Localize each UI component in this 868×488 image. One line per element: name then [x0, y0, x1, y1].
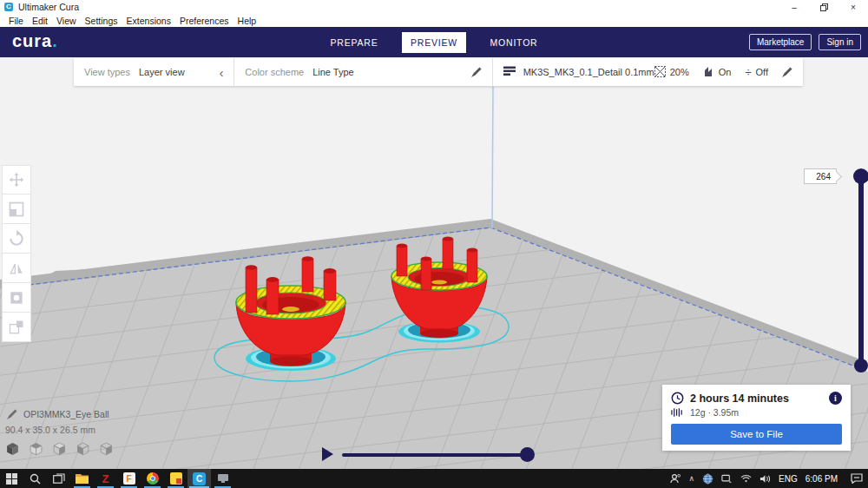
menu-help[interactable]: Help: [233, 16, 261, 26]
material-spool-icon: [671, 407, 684, 418]
restore-icon[interactable]: [809, 0, 838, 14]
sign-in-button[interactable]: Sign in: [819, 34, 861, 50]
taskbar-z-app[interactable]: Z: [94, 469, 117, 488]
cura-taskbar-icon: C: [193, 472, 206, 485]
print-time: 2 hours 14 minutes: [690, 392, 789, 405]
mirror-tool-button[interactable]: [2, 254, 31, 283]
search-icon: [30, 473, 41, 485]
clock[interactable]: 6:06 PM: [806, 474, 838, 484]
taskbar-explorer[interactable]: [70, 469, 94, 488]
save-to-file-button[interactable]: Save to File: [671, 424, 842, 445]
taskbar-search-button[interactable]: [23, 469, 47, 488]
support-blocker-icon: [8, 319, 25, 336]
object-info: OPI3MMK3_Eye Ball: [7, 409, 109, 419]
rotate-tool-icon: [8, 230, 25, 247]
view-right-icon: [99, 442, 114, 457]
infill-setting: 20%: [654, 66, 689, 79]
menu-extensions[interactable]: Extensions: [122, 16, 175, 26]
taskbar: Z F C ∧ ENG: [0, 469, 868, 488]
play-icon[interactable]: [322, 447, 333, 461]
timeline-track[interactable]: [342, 453, 528, 457]
support-blocker-button[interactable]: [2, 313, 31, 342]
taskbar-f-app[interactable]: F: [117, 469, 141, 488]
adhesion-icon: ÷: [745, 66, 751, 79]
chevron-left-icon[interactable]: ‹: [219, 66, 223, 79]
viewport-3d[interactable]: View types Layer view ‹ Color scheme Lin…: [0, 57, 868, 469]
timeline-handle[interactable]: [520, 447, 535, 462]
cura-app-icon: C: [4, 3, 13, 11]
view-top-button[interactable]: [52, 442, 67, 457]
menu-settings[interactable]: Settings: [81, 16, 122, 26]
menu-bar: File Edit View Settings Extensions Prefe…: [0, 14, 868, 27]
tray-expand-icon[interactable]: ∧: [688, 474, 694, 483]
taskbar-remote-app[interactable]: [211, 469, 234, 488]
language-indicator[interactable]: ENG: [779, 474, 798, 484]
view-type-value: Layer view: [139, 67, 185, 77]
menu-view[interactable]: View: [52, 16, 81, 26]
move-tool-icon: [8, 171, 25, 188]
menu-file[interactable]: File: [4, 16, 28, 26]
mirror-tool-icon: [8, 260, 25, 277]
taskbar-cura[interactable]: C: [187, 469, 211, 488]
tool-column: [2, 165, 31, 342]
build-volume-vertical-line: [492, 87, 493, 228]
scale-tool-icon: [8, 201, 25, 218]
menu-preferences[interactable]: Preferences: [175, 16, 233, 26]
title-bar: C Ultimaker Cura – ×: [0, 0, 868, 14]
support-setting: On: [703, 66, 732, 79]
layer-slider-top-handle[interactable]: [853, 168, 868, 184]
layer-slider-bottom-handle[interactable]: [854, 359, 868, 373]
device-tray-icon[interactable]: [721, 474, 733, 484]
system-tray: ∧ ENG 6:06 PM: [670, 473, 868, 485]
taskbar-yellow-app[interactable]: [164, 469, 187, 488]
window-title: Ultimaker Cura: [18, 2, 79, 12]
per-model-settings-button[interactable]: [2, 283, 31, 313]
view-3d-button[interactable]: [5, 442, 20, 457]
tab-preview[interactable]: PREVIEW: [402, 32, 466, 53]
menu-edit[interactable]: Edit: [28, 16, 52, 26]
remote-desktop-icon: [217, 473, 229, 484]
move-tool-button[interactable]: [2, 165, 31, 195]
layer-slider-track[interactable]: [858, 176, 864, 366]
z-app-icon: Z: [102, 472, 109, 485]
view-top-icon: [52, 442, 67, 457]
people-icon[interactable]: [670, 474, 681, 484]
object-name[interactable]: OPI3MMK3_Eye Ball: [23, 409, 109, 419]
printer-profile-value: MK3S_MK3_0.1_Detail 0.1mm: [523, 67, 654, 77]
speaker-icon[interactable]: [760, 474, 771, 484]
stage-tabs: PREPARE PREVIEW MONITOR: [0, 27, 868, 57]
minimize-icon[interactable]: –: [779, 0, 809, 14]
start-button[interactable]: [0, 469, 23, 488]
camera-view-buttons: [5, 442, 114, 457]
marketplace-button[interactable]: Marketplace: [749, 34, 812, 50]
scale-tool-button[interactable]: [2, 195, 31, 224]
view-left-icon: [76, 442, 90, 457]
windows-logo-icon: [6, 473, 17, 485]
rotate-tool-button[interactable]: [2, 224, 31, 254]
taskbar-chrome[interactable]: [141, 469, 164, 488]
view-left-button[interactable]: [76, 442, 90, 457]
pencil-icon[interactable]: [7, 409, 17, 419]
pencil-icon[interactable]: [782, 67, 792, 77]
object-dimensions: 90.4 x 35.0 x 26.5 mm: [5, 425, 95, 435]
color-scheme-label: Color scheme: [245, 67, 304, 77]
color-scheme-value: Line Type: [312, 67, 354, 77]
view-types-selector[interactable]: View types Layer view ‹: [74, 58, 233, 86]
view-3d-icon: [5, 442, 20, 457]
view-front-icon: [29, 442, 43, 457]
view-front-button[interactable]: [29, 442, 43, 457]
pencil-icon[interactable]: [471, 67, 482, 77]
network-globe-icon[interactable]: [702, 473, 713, 485]
task-view-icon: [53, 473, 65, 484]
info-icon[interactable]: i: [829, 392, 842, 405]
view-right-button[interactable]: [99, 442, 114, 457]
close-icon[interactable]: ×: [838, 0, 868, 14]
task-view-button[interactable]: [47, 469, 70, 488]
tab-monitor[interactable]: MONITOR: [482, 32, 546, 53]
color-scheme-selector[interactable]: Color scheme Line Type: [234, 58, 491, 86]
app-header: cura. PREPARE PREVIEW MONITOR Marketplac…: [0, 27, 868, 57]
action-center-icon[interactable]: [851, 473, 863, 484]
print-settings-panel[interactable]: MK3S_MK3_0.1_Detail 0.1mm 20% On ÷ Off: [493, 58, 803, 86]
wifi-icon[interactable]: [740, 474, 752, 483]
tab-prepare[interactable]: PREPARE: [322, 32, 386, 53]
